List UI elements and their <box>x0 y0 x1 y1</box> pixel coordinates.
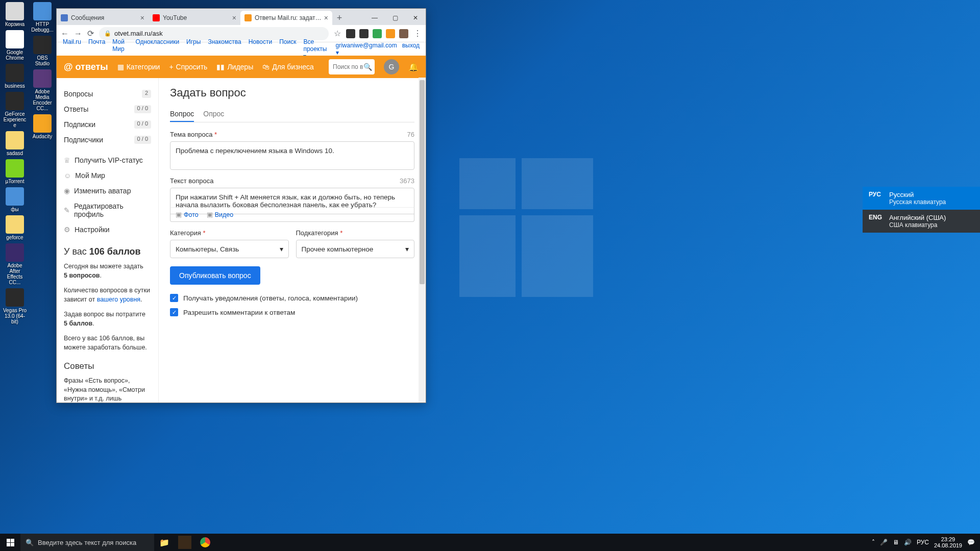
file-explorer-icon[interactable]: 📁 <box>154 534 175 551</box>
close-tab-icon[interactable]: × <box>232 14 236 22</box>
user-avatar[interactable]: G <box>384 59 399 74</box>
chevron-down-icon: ▾ <box>405 245 409 253</box>
header-nav-item[interactable]: ▮▮Лидеры <box>216 63 253 71</box>
language-switcher-popup: РУСРусскийРусская клавиатураENGАнглийски… <box>863 187 980 233</box>
logout-link[interactable]: выход <box>402 42 420 56</box>
desktop-icon[interactable]: Adobe Media Encoder CC... <box>30 69 55 111</box>
reload-button[interactable]: ⟳ <box>87 29 94 38</box>
category-select[interactable]: Компьютеры, Связь ▾ <box>170 240 289 258</box>
taskbar-search[interactable]: 🔍 Введите здесь текст для поиска <box>20 534 154 551</box>
search-input[interactable] <box>333 63 363 70</box>
extension-icon[interactable] <box>346 29 355 38</box>
attach-video[interactable]: ▣Видео <box>207 211 234 218</box>
checkbox-notifications[interactable]: ✓ Получать уведомления (ответы, голоса, … <box>170 294 414 302</box>
tray-network-icon[interactable]: 🖥 <box>893 539 899 546</box>
browser-titlebar: Сообщения×YouTube×Ответы Mail.ru: задать… <box>57 9 426 25</box>
desktop-icon[interactable]: GeForce Experience <box>2 92 28 128</box>
video-icon: ▣ <box>207 211 213 218</box>
browser-menu-button[interactable]: ⋮ <box>413 29 422 38</box>
sidebar-stat-row[interactable]: Ответы0 / 0 <box>64 102 151 117</box>
tab-question[interactable]: Вопрос <box>170 107 194 122</box>
close-tab-icon[interactable]: × <box>140 14 144 22</box>
desktop-icon[interactable]: Vegas Pro 13.0 (64-bit) <box>2 288 28 324</box>
browser-tab[interactable]: Ответы Mail.ru: задать вопрос× <box>240 11 332 25</box>
chrome-icon[interactable] <box>195 534 215 551</box>
header-nav-item[interactable]: ▦Категории <box>117 63 160 71</box>
scrollbar-thumb[interactable] <box>420 80 425 284</box>
desktop-icon[interactable]: HTTP Debugg... <box>30 2 55 33</box>
desktop-icon[interactable]: geforce <box>2 215 28 240</box>
site-search[interactable]: 🔍 <box>329 59 375 74</box>
desktop-icon[interactable]: фы <box>2 187 28 212</box>
topic-char-count: 76 <box>407 131 414 138</box>
tray-clock[interactable]: 23:29 24.08.2019 <box>934 536 962 548</box>
extension-icon[interactable] <box>373 29 382 38</box>
desktop-icon[interactable]: OBS Studio <box>30 36 55 66</box>
ask-cost-text: Задав вопрос вы потратите5 баллов. <box>64 310 151 328</box>
browser-tab[interactable]: YouTube× <box>149 11 240 25</box>
total-points-text: Всего у вас 106 баллов, вы можете зарабо… <box>64 334 151 352</box>
attachments-bar: ▣Фото ▣Видео <box>170 207 414 222</box>
start-button[interactable] <box>0 534 20 551</box>
publish-button[interactable]: Опубликовать вопрос <box>170 266 260 285</box>
maximize-button[interactable]: ▢ <box>385 11 405 25</box>
mailru-top-nav: Mail.ruПочтаМой МирОдноклассникиИгрыЗнак… <box>57 42 426 56</box>
window-controls: — ▢ ✕ <box>364 11 426 25</box>
topic-input[interactable]: Проблема с переключением языка в Windows… <box>170 141 414 170</box>
extension-icon[interactable] <box>386 29 395 38</box>
bookmark-star-icon[interactable]: ☆ <box>334 29 341 38</box>
desktop-icon[interactable]: sadasd <box>2 131 28 156</box>
tips-title: Советы <box>64 361 151 371</box>
tray-chevron-icon[interactable]: ˄ <box>872 539 875 546</box>
checkbox-icon: ✓ <box>170 294 178 302</box>
sidebar-stat-row[interactable]: Подписки0 / 0 <box>64 117 151 132</box>
language-option[interactable]: РУСРусскийРусская клавиатура <box>863 187 980 210</box>
sidebar-link[interactable]: ◉Изменить аватар <box>64 183 151 198</box>
extension-icon[interactable] <box>399 29 408 38</box>
back-button[interactable]: ← <box>61 29 69 38</box>
checkbox-comments[interactable]: ✓ Разрешить комментарии к ответам <box>170 308 414 316</box>
desktop-icon[interactable]: business <box>2 64 28 89</box>
user-email[interactable]: griwaniwe@gmail.com ▾ <box>336 42 397 56</box>
photo-icon: ▣ <box>176 211 182 218</box>
sidebar-link-icon: ◉ <box>64 187 70 195</box>
notifications-bell-icon[interactable]: 🔔 <box>408 62 419 72</box>
close-window-button[interactable]: ✕ <box>405 11 426 25</box>
taskbar: 🔍 Введите здесь текст для поиска 📁 ˄ 🎤 🖥… <box>0 534 980 551</box>
forward-button[interactable]: → <box>74 29 82 38</box>
language-option[interactable]: ENGАнглийский (США)США клавиатура <box>863 210 980 233</box>
close-tab-icon[interactable]: × <box>324 14 328 22</box>
tray-volume-icon[interactable]: 🔊 <box>904 539 912 546</box>
sidebar-link[interactable]: ⚙Настройки <box>64 222 151 237</box>
sidebar-stat-row[interactable]: Подписчики0 / 0 <box>64 132 151 147</box>
taskbar-apps: 📁 <box>154 534 215 551</box>
attach-photo[interactable]: ▣Фото <box>176 211 199 218</box>
sidebar-link-icon: ☺ <box>64 171 71 180</box>
browser-tab[interactable]: Сообщения× <box>57 11 149 25</box>
level-link[interactable]: вашего уровня <box>97 296 140 303</box>
site-logo[interactable]: @ ответы <box>64 62 108 72</box>
header-nav-item[interactable]: 🛍Для бизнеса <box>262 63 314 71</box>
sidebar-link[interactable]: ✎Редактировать профиль <box>64 198 151 222</box>
extension-icon[interactable] <box>359 29 369 38</box>
app-icon[interactable] <box>178 536 191 549</box>
sidebar-stat-row[interactable]: Вопросы2 <box>64 86 151 102</box>
tray-mic-icon[interactable]: 🎤 <box>880 539 888 546</box>
search-icon: 🔍 <box>26 539 34 546</box>
desktop-icon[interactable]: Корзина <box>2 2 28 27</box>
new-tab-button[interactable]: + <box>332 11 347 25</box>
sidebar-link[interactable]: ♕Получить VIP-статус <box>64 153 151 168</box>
desktop-icon[interactable]: µTorrent <box>2 159 28 184</box>
header-nav-item[interactable]: +Спросить <box>169 63 207 71</box>
text-char-count: 3673 <box>400 177 414 185</box>
subcategory-select[interactable]: Прочее компьютерное ▾ <box>296 240 415 258</box>
desktop-icon[interactable]: Google Chrome <box>2 30 28 61</box>
desktop-icon[interactable]: Adobe After Effects CC... <box>2 243 28 285</box>
sidebar-link[interactable]: ☺Мой Мир <box>64 168 151 183</box>
page-body: Вопросы2Ответы0 / 0Подписки0 / 0Подписчи… <box>57 78 426 403</box>
tray-notifications-icon[interactable]: 💬 <box>967 539 975 546</box>
minimize-button[interactable]: — <box>364 11 385 25</box>
tray-language[interactable]: РУС <box>917 539 929 546</box>
desktop-icon[interactable]: Audacity <box>30 114 55 139</box>
tab-poll[interactable]: Опрос <box>203 107 224 122</box>
